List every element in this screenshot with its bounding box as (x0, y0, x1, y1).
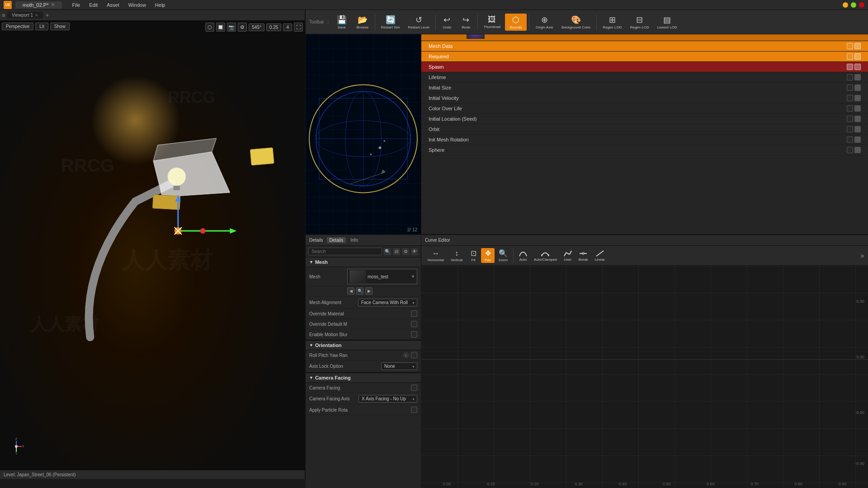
bounds-button[interactable]: ⬡ Bounds (505, 14, 527, 31)
spawn-check2[interactable] (854, 64, 861, 70)
viewport-icon-2[interactable]: 🔲 (216, 23, 225, 32)
initial-size-row[interactable]: Initial Size (421, 83, 868, 93)
save-button[interactable]: 💾 Save (332, 14, 352, 31)
menu-edit[interactable]: Edit (85, 1, 102, 9)
camera-facing-section-title[interactable]: ▼ Camera Facing (306, 372, 421, 383)
info-tab[interactable]: Info (348, 237, 361, 243)
camera-facing-axis-dropdown[interactable]: X Axis Facing - No Up ▼ (359, 395, 417, 403)
close-btn[interactable] (859, 2, 864, 8)
viewport-add-icon[interactable]: + (46, 12, 49, 19)
settings-icon[interactable]: ⚙ (402, 248, 409, 255)
lifetime-row[interactable]: Lifetime (421, 72, 868, 83)
sphere-check1[interactable] (847, 147, 853, 153)
eye-icon[interactable]: 👁 (411, 248, 418, 255)
mesh-data-check2[interactable] (854, 43, 861, 49)
spawn-check1[interactable] (847, 64, 853, 70)
lifetime-check1[interactable] (847, 74, 853, 80)
mesh-section-title[interactable]: ▼ Mesh (306, 258, 421, 267)
menu-asset[interactable]: Asset (102, 1, 124, 9)
pan-button[interactable]: ✥ Pan (481, 248, 495, 263)
color-over-life-check1[interactable] (847, 105, 853, 112)
redo-button[interactable]: ↪ Redo (457, 14, 475, 31)
initial-location-check2[interactable] (854, 116, 861, 122)
user-button[interactable]: User (561, 249, 575, 263)
initial-location-check1[interactable] (847, 116, 853, 122)
browse-button[interactable]: 📂 Browse (353, 14, 373, 31)
app-tab[interactable]: moth_02.P* ✕ (15, 1, 62, 9)
restart-sim-button[interactable]: 🔄 Restart Sim (377, 14, 404, 31)
restart-level-button[interactable]: ↺ Restart Level (405, 14, 433, 31)
details-tab[interactable]: Details (327, 237, 346, 243)
axis-lock-dropdown[interactable]: None ▼ (381, 362, 417, 370)
lifetime-check2[interactable] (854, 74, 861, 80)
viewport-fullscreen-icon[interactable]: ⛶ (294, 23, 303, 32)
camera-facing-checkbox[interactable] (411, 385, 417, 391)
maximize-btn[interactable] (851, 2, 856, 8)
linear-button[interactable]: Linear (592, 249, 608, 263)
required-check2[interactable] (854, 53, 861, 60)
mesh-next-btn[interactable]: ▶ (365, 287, 373, 295)
break-button[interactable]: Break (576, 249, 591, 263)
mesh-data-row[interactable]: Mesh Data (421, 41, 868, 52)
auto-clamped-button[interactable]: Auto/Clamped (531, 249, 560, 263)
menu-help[interactable]: Help (151, 1, 170, 9)
fit-button[interactable]: ⊡ Fit (467, 248, 480, 263)
initial-location-row[interactable]: Initial Location (Seed) (421, 114, 868, 124)
initial-velocity-check1[interactable] (847, 95, 853, 101)
orientation-section-title[interactable]: ▼ Orientation (306, 340, 421, 350)
initial-velocity-row[interactable]: Initial Velocity (421, 93, 868, 103)
auto-button[interactable]: Auto (516, 249, 530, 263)
details-search-input[interactable] (308, 248, 382, 255)
show-button[interactable]: Show (50, 23, 70, 30)
mesh-selector[interactable]: moss_test ▼ (347, 269, 417, 284)
color-over-life-row[interactable]: Color Over Life (421, 103, 868, 114)
viewport-close-icon[interactable]: ✕ (35, 13, 38, 18)
sphere-check2[interactable] (854, 147, 861, 153)
mesh-prev-btn[interactable]: ◀ (347, 287, 354, 295)
roll-pitch-checkbox[interactable] (411, 352, 417, 358)
curve-toolbar-expand[interactable]: » (860, 252, 864, 260)
list-icon[interactable]: ⊟ (393, 248, 400, 255)
viewport-icon-1[interactable]: ⬡ (205, 23, 214, 32)
required-row[interactable]: Required (421, 52, 868, 62)
initial-velocity-check2[interactable] (854, 95, 861, 101)
viewport-icon-3[interactable]: 📷 (227, 23, 236, 32)
sphere-row[interactable]: Sphere (421, 145, 868, 155)
mesh-search-btn[interactable]: 🔍 (356, 287, 363, 295)
curve-canvas[interactable]: 0.50 0.00 -0.50 -0.90 0.00 0.10 0.20 0.3… (421, 266, 868, 488)
initial-size-check2[interactable] (854, 84, 861, 91)
regen-lod-2-button[interactable]: ⊟ Regen LOD (626, 14, 652, 31)
origin-axis-button[interactable]: ⊕ Origin Axis (532, 14, 557, 31)
lowest-lod-button[interactable]: ▤ Lowest LOD (654, 14, 681, 31)
apply-particle-rota-checkbox[interactable] (411, 407, 417, 413)
menu-file[interactable]: File (67, 1, 85, 9)
search-icon[interactable]: 🔍 (384, 248, 391, 255)
initial-size-check1[interactable] (847, 84, 853, 91)
lit-button[interactable]: Lit (35, 23, 48, 30)
horizontal-button[interactable]: ↔ Horizontal (425, 249, 447, 263)
override-material-checkbox[interactable] (411, 310, 417, 317)
mesh-alignment-dropdown[interactable]: Face Camera With Roll ▼ (358, 299, 417, 306)
undo-button[interactable]: ↩ Undo (438, 14, 456, 31)
orbit-check1[interactable] (847, 126, 853, 132)
init-mesh-rotation-row[interactable]: Init Mesh Rotation (421, 135, 868, 145)
viewport-icon-4[interactable]: ⚙ (238, 23, 247, 32)
perspective-button[interactable]: Perspective (2, 23, 33, 30)
init-mesh-rotation-check2[interactable] (854, 136, 861, 143)
orbit-row[interactable]: Orbit (421, 124, 868, 135)
viewport-tab[interactable]: Viewport 1 ✕ (7, 12, 43, 19)
vertical-button[interactable]: ↕ Vertical (448, 249, 466, 263)
mesh-data-check1[interactable] (847, 43, 853, 49)
viewport-canvas[interactable]: RRCG 人人素材 RRCG 人人素材 (0, 21, 305, 470)
background-color-button[interactable]: 🎨 Background Color (558, 14, 594, 31)
menu-window[interactable]: Window (124, 1, 151, 9)
motion-blur-checkbox[interactable] (411, 331, 417, 338)
minimize-btn[interactable] (843, 2, 848, 8)
orbit-check2[interactable] (854, 126, 861, 132)
init-mesh-rotation-check1[interactable] (847, 136, 853, 143)
zoom-button[interactable]: 🔍 Zoom (495, 248, 511, 263)
tab-close-icon[interactable]: ✕ (51, 2, 55, 7)
regen-lod-1-button[interactable]: ⊞ Regen LOD (599, 14, 625, 31)
color-over-life-check2[interactable] (854, 105, 861, 112)
thumbnail-button[interactable]: 🖼 Thumbnail (480, 14, 504, 30)
